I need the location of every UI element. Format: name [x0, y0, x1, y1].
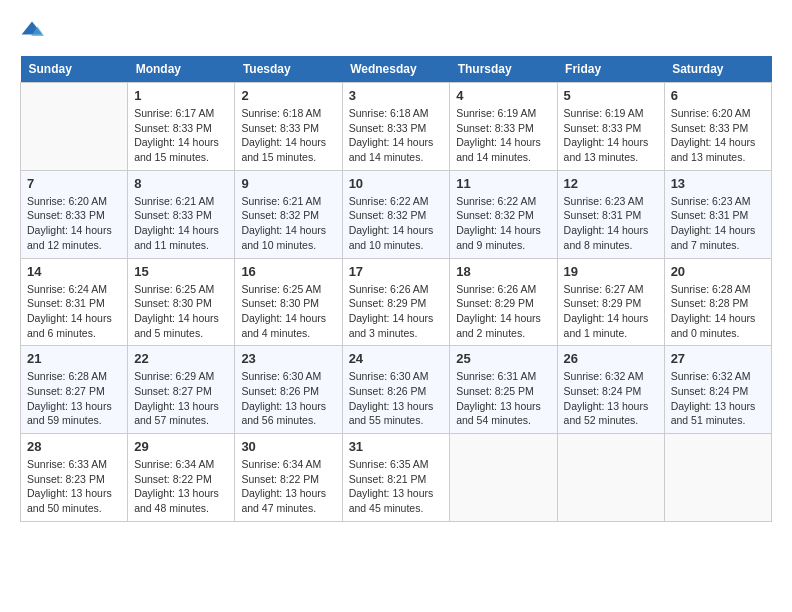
day-info: Sunrise: 6:29 AM Sunset: 8:27 PM Dayligh…	[134, 369, 228, 428]
header-row: SundayMondayTuesdayWednesdayThursdayFrid…	[21, 56, 772, 83]
day-cell: 11Sunrise: 6:22 AM Sunset: 8:32 PM Dayli…	[450, 170, 557, 258]
day-info: Sunrise: 6:28 AM Sunset: 8:27 PM Dayligh…	[27, 369, 121, 428]
week-row-3: 21Sunrise: 6:28 AM Sunset: 8:27 PM Dayli…	[21, 346, 772, 434]
day-number: 16	[241, 264, 335, 279]
day-number: 31	[349, 439, 444, 454]
day-cell: 1Sunrise: 6:17 AM Sunset: 8:33 PM Daylig…	[128, 83, 235, 171]
header-cell-monday: Monday	[128, 56, 235, 83]
day-number: 21	[27, 351, 121, 366]
day-number: 5	[564, 88, 658, 103]
day-info: Sunrise: 6:23 AM Sunset: 8:31 PM Dayligh…	[671, 194, 765, 253]
day-number: 6	[671, 88, 765, 103]
day-info: Sunrise: 6:30 AM Sunset: 8:26 PM Dayligh…	[349, 369, 444, 428]
day-info: Sunrise: 6:32 AM Sunset: 8:24 PM Dayligh…	[671, 369, 765, 428]
day-cell: 5Sunrise: 6:19 AM Sunset: 8:33 PM Daylig…	[557, 83, 664, 171]
day-cell: 27Sunrise: 6:32 AM Sunset: 8:24 PM Dayli…	[664, 346, 771, 434]
day-cell	[664, 434, 771, 522]
day-info: Sunrise: 6:22 AM Sunset: 8:32 PM Dayligh…	[456, 194, 550, 253]
day-number: 13	[671, 176, 765, 191]
day-cell	[450, 434, 557, 522]
day-number: 22	[134, 351, 228, 366]
day-cell: 7Sunrise: 6:20 AM Sunset: 8:33 PM Daylig…	[21, 170, 128, 258]
day-cell: 20Sunrise: 6:28 AM Sunset: 8:28 PM Dayli…	[664, 258, 771, 346]
day-cell: 21Sunrise: 6:28 AM Sunset: 8:27 PM Dayli…	[21, 346, 128, 434]
header-cell-tuesday: Tuesday	[235, 56, 342, 83]
day-number: 1	[134, 88, 228, 103]
day-info: Sunrise: 6:24 AM Sunset: 8:31 PM Dayligh…	[27, 282, 121, 341]
day-number: 25	[456, 351, 550, 366]
day-cell: 18Sunrise: 6:26 AM Sunset: 8:29 PM Dayli…	[450, 258, 557, 346]
day-cell: 29Sunrise: 6:34 AM Sunset: 8:22 PM Dayli…	[128, 434, 235, 522]
week-row-0: 1Sunrise: 6:17 AM Sunset: 8:33 PM Daylig…	[21, 83, 772, 171]
day-number: 26	[564, 351, 658, 366]
day-info: Sunrise: 6:21 AM Sunset: 8:32 PM Dayligh…	[241, 194, 335, 253]
page-header	[20, 20, 772, 40]
week-row-1: 7Sunrise: 6:20 AM Sunset: 8:33 PM Daylig…	[21, 170, 772, 258]
day-info: Sunrise: 6:34 AM Sunset: 8:22 PM Dayligh…	[241, 457, 335, 516]
week-row-4: 28Sunrise: 6:33 AM Sunset: 8:23 PM Dayli…	[21, 434, 772, 522]
day-info: Sunrise: 6:18 AM Sunset: 8:33 PM Dayligh…	[241, 106, 335, 165]
day-info: Sunrise: 6:31 AM Sunset: 8:25 PM Dayligh…	[456, 369, 550, 428]
week-row-2: 14Sunrise: 6:24 AM Sunset: 8:31 PM Dayli…	[21, 258, 772, 346]
day-info: Sunrise: 6:25 AM Sunset: 8:30 PM Dayligh…	[241, 282, 335, 341]
day-number: 29	[134, 439, 228, 454]
day-cell: 25Sunrise: 6:31 AM Sunset: 8:25 PM Dayli…	[450, 346, 557, 434]
day-cell: 31Sunrise: 6:35 AM Sunset: 8:21 PM Dayli…	[342, 434, 450, 522]
day-cell: 15Sunrise: 6:25 AM Sunset: 8:30 PM Dayli…	[128, 258, 235, 346]
day-number: 8	[134, 176, 228, 191]
day-number: 3	[349, 88, 444, 103]
day-cell: 12Sunrise: 6:23 AM Sunset: 8:31 PM Dayli…	[557, 170, 664, 258]
day-number: 27	[671, 351, 765, 366]
day-number: 15	[134, 264, 228, 279]
calendar-header: SundayMondayTuesdayWednesdayThursdayFrid…	[21, 56, 772, 83]
day-info: Sunrise: 6:30 AM Sunset: 8:26 PM Dayligh…	[241, 369, 335, 428]
header-cell-wednesday: Wednesday	[342, 56, 450, 83]
day-cell: 13Sunrise: 6:23 AM Sunset: 8:31 PM Dayli…	[664, 170, 771, 258]
day-number: 12	[564, 176, 658, 191]
calendar-table: SundayMondayTuesdayWednesdayThursdayFrid…	[20, 56, 772, 522]
day-cell: 30Sunrise: 6:34 AM Sunset: 8:22 PM Dayli…	[235, 434, 342, 522]
day-cell	[557, 434, 664, 522]
header-cell-sunday: Sunday	[21, 56, 128, 83]
day-info: Sunrise: 6:21 AM Sunset: 8:33 PM Dayligh…	[134, 194, 228, 253]
day-number: 9	[241, 176, 335, 191]
day-cell	[21, 83, 128, 171]
day-cell: 6Sunrise: 6:20 AM Sunset: 8:33 PM Daylig…	[664, 83, 771, 171]
day-cell: 14Sunrise: 6:24 AM Sunset: 8:31 PM Dayli…	[21, 258, 128, 346]
day-info: Sunrise: 6:26 AM Sunset: 8:29 PM Dayligh…	[456, 282, 550, 341]
day-cell: 4Sunrise: 6:19 AM Sunset: 8:33 PM Daylig…	[450, 83, 557, 171]
day-number: 4	[456, 88, 550, 103]
header-cell-saturday: Saturday	[664, 56, 771, 83]
day-info: Sunrise: 6:27 AM Sunset: 8:29 PM Dayligh…	[564, 282, 658, 341]
day-cell: 28Sunrise: 6:33 AM Sunset: 8:23 PM Dayli…	[21, 434, 128, 522]
day-cell: 2Sunrise: 6:18 AM Sunset: 8:33 PM Daylig…	[235, 83, 342, 171]
day-number: 20	[671, 264, 765, 279]
day-number: 19	[564, 264, 658, 279]
day-info: Sunrise: 6:33 AM Sunset: 8:23 PM Dayligh…	[27, 457, 121, 516]
day-number: 11	[456, 176, 550, 191]
day-number: 10	[349, 176, 444, 191]
day-cell: 16Sunrise: 6:25 AM Sunset: 8:30 PM Dayli…	[235, 258, 342, 346]
day-info: Sunrise: 6:34 AM Sunset: 8:22 PM Dayligh…	[134, 457, 228, 516]
day-info: Sunrise: 6:32 AM Sunset: 8:24 PM Dayligh…	[564, 369, 658, 428]
day-cell: 10Sunrise: 6:22 AM Sunset: 8:32 PM Dayli…	[342, 170, 450, 258]
day-info: Sunrise: 6:19 AM Sunset: 8:33 PM Dayligh…	[564, 106, 658, 165]
logo	[20, 20, 48, 40]
day-number: 2	[241, 88, 335, 103]
day-number: 7	[27, 176, 121, 191]
day-cell: 24Sunrise: 6:30 AM Sunset: 8:26 PM Dayli…	[342, 346, 450, 434]
day-number: 17	[349, 264, 444, 279]
day-info: Sunrise: 6:20 AM Sunset: 8:33 PM Dayligh…	[671, 106, 765, 165]
day-number: 18	[456, 264, 550, 279]
day-info: Sunrise: 6:25 AM Sunset: 8:30 PM Dayligh…	[134, 282, 228, 341]
day-cell: 9Sunrise: 6:21 AM Sunset: 8:32 PM Daylig…	[235, 170, 342, 258]
day-info: Sunrise: 6:22 AM Sunset: 8:32 PM Dayligh…	[349, 194, 444, 253]
header-cell-friday: Friday	[557, 56, 664, 83]
day-number: 14	[27, 264, 121, 279]
day-number: 23	[241, 351, 335, 366]
day-info: Sunrise: 6:26 AM Sunset: 8:29 PM Dayligh…	[349, 282, 444, 341]
day-cell: 19Sunrise: 6:27 AM Sunset: 8:29 PM Dayli…	[557, 258, 664, 346]
logo-icon	[20, 20, 44, 40]
day-cell: 22Sunrise: 6:29 AM Sunset: 8:27 PM Dayli…	[128, 346, 235, 434]
day-info: Sunrise: 6:19 AM Sunset: 8:33 PM Dayligh…	[456, 106, 550, 165]
